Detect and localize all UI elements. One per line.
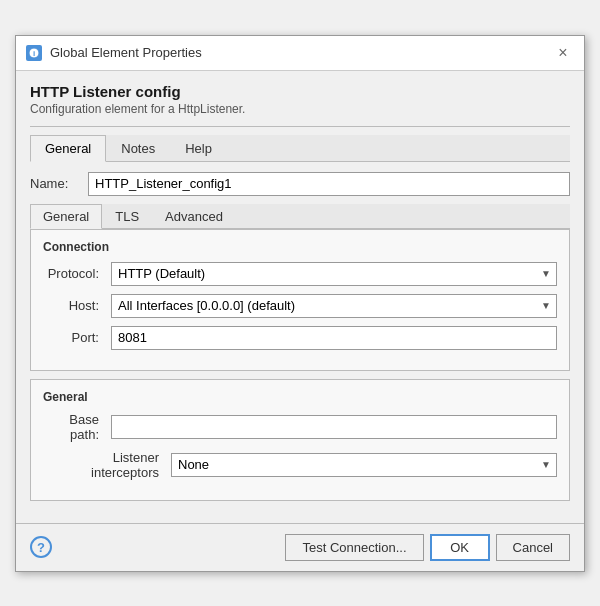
close-button[interactable]: × [552, 42, 574, 64]
primary-tabs: General Notes Help [30, 135, 570, 162]
host-select[interactable]: All Interfaces [0.0.0.0] (default) [111, 294, 557, 318]
name-label: Name: [30, 176, 80, 191]
protocol-label: Protocol: [43, 266, 103, 281]
tab-help[interactable]: Help [170, 135, 227, 162]
svg-text:i: i [33, 49, 35, 58]
dialog-subtitle: Configuration element for a HttpListener… [30, 102, 570, 116]
dialog-icon: i [26, 45, 42, 61]
bottom-bar: ? Test Connection... OK Cancel [16, 523, 584, 571]
tab-notes[interactable]: Notes [106, 135, 170, 162]
title-bar-left: i Global Element Properties [26, 45, 202, 61]
tab-advanced[interactable]: Advanced [152, 204, 236, 229]
action-buttons: Test Connection... OK Cancel [285, 534, 570, 561]
title-text: Global Element Properties [50, 45, 202, 60]
interceptors-label: Listener interceptors [43, 450, 163, 480]
test-connection-button[interactable]: Test Connection... [285, 534, 423, 561]
basepath-input[interactable] [111, 415, 557, 439]
interceptors-control: None ▼ [171, 453, 557, 477]
connection-section: Connection Protocol: HTTP (Default) ▼ Ho… [30, 229, 570, 371]
interceptors-row: Listener interceptors None ▼ [43, 450, 557, 480]
basepath-row: Base path: [43, 412, 557, 442]
secondary-tabs: General TLS Advanced [30, 204, 570, 229]
protocol-row: Protocol: HTTP (Default) ▼ [43, 262, 557, 286]
ok-button[interactable]: OK [430, 534, 490, 561]
name-input[interactable] [88, 172, 570, 196]
help-icon-button[interactable]: ? [30, 536, 52, 558]
host-row: Host: All Interfaces [0.0.0.0] (default)… [43, 294, 557, 318]
dialog-body: HTTP Listener config Configuration eleme… [16, 71, 584, 523]
dialog-container: i Global Element Properties × HTTP Liste… [15, 35, 585, 572]
protocol-select[interactable]: HTTP (Default) [111, 262, 557, 286]
basepath-control [111, 415, 557, 439]
general-section: General Base path: Listener interceptors… [30, 379, 570, 501]
port-row: Port: [43, 326, 557, 350]
port-label: Port: [43, 330, 103, 345]
tab-tls[interactable]: TLS [102, 204, 152, 229]
separator [30, 126, 570, 127]
host-control: All Interfaces [0.0.0.0] (default) ▼ [111, 294, 557, 318]
name-row: Name: [30, 172, 570, 196]
connection-title: Connection [43, 240, 557, 254]
protocol-control: HTTP (Default) ▼ [111, 262, 557, 286]
tab-general-secondary[interactable]: General [30, 204, 102, 229]
port-input[interactable] [111, 326, 557, 350]
tab-general-primary[interactable]: General [30, 135, 106, 162]
dialog-title: HTTP Listener config [30, 83, 570, 100]
basepath-label: Base path: [43, 412, 103, 442]
title-bar: i Global Element Properties × [16, 36, 584, 71]
cancel-button[interactable]: Cancel [496, 534, 570, 561]
main-panel: Name: General TLS Advanced Connection Pr… [30, 162, 570, 511]
host-label: Host: [43, 298, 103, 313]
interceptors-select[interactable]: None [171, 453, 557, 477]
general-section-title: General [43, 390, 557, 404]
port-control [111, 326, 557, 350]
